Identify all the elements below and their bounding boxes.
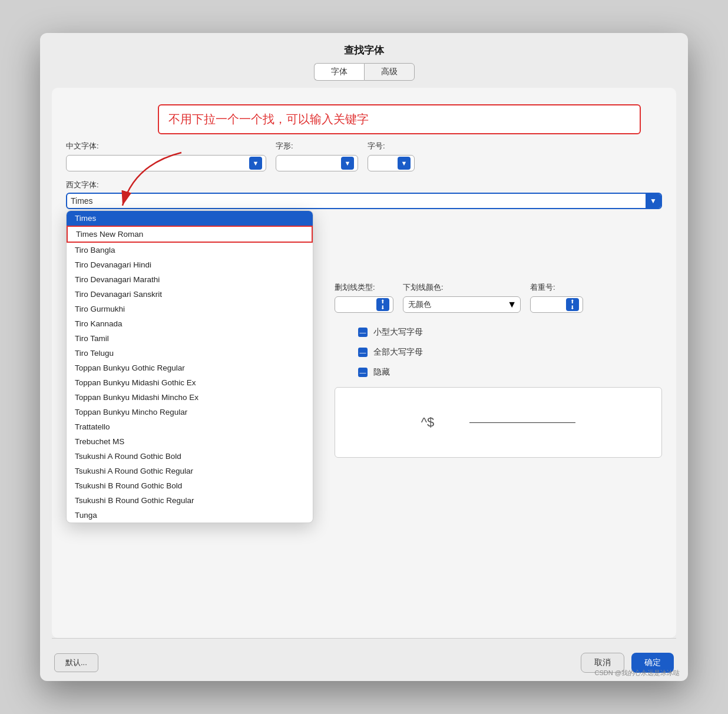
western-font-label: 西文字体: — [66, 180, 662, 190]
dropdown-item-tsukushi-b-regular[interactable]: Tsukushi B Round Gothic Regular — [67, 493, 313, 508]
style-dropdown[interactable]: ▼ — [276, 155, 358, 171]
western-font-chevron-icon[interactable]: ▼ — [646, 194, 661, 208]
dropdown-item-times[interactable]: Times — [67, 211, 313, 226]
all-caps-checkbox[interactable]: — — [358, 348, 368, 357]
emphasis-field: 着重号: ⬆⬇ — [530, 282, 583, 313]
style-label: 字形: — [276, 141, 358, 151]
dropdown-item-tunga[interactable]: Tunga — [67, 508, 313, 523]
dropdown-item-toppan-midashi-mincho[interactable]: Toppan Bunkyu Midashi Mincho Ex — [67, 390, 313, 405]
dropdown-item-toppan-midashi-gothic[interactable]: Toppan Bunkyu Midashi Gothic Ex — [67, 375, 313, 390]
strikethrough-field: 删划线类型: ⬆⬇ — [335, 282, 393, 313]
chinese-font-label: 中文字体: — [66, 141, 266, 151]
dropdown-item-toppan-gothic-regular[interactable]: Toppan Bunkyu Gothic Regular — [67, 361, 313, 375]
small-caps-label: 小型大写字母 — [373, 327, 423, 338]
western-font-group: ▼ Times Times New Roman Tiro Bangla Tiro… — [66, 193, 662, 209]
small-caps-row: — 小型大写字母 — [358, 327, 662, 338]
underline-color-label: 下划线颜色: — [403, 282, 521, 293]
dropdown-item-tiro-devanagari-sanskrit[interactable]: Tiro Devanagari Sanskrit — [67, 287, 313, 302]
watermark: CSDN @我的心永远是冰冰哒 — [595, 669, 680, 677]
size-dropdown[interactable]: ▼ — [368, 155, 415, 171]
western-font-dropdown-list: Times Times New Roman Tiro Bangla Tiro D… — [66, 210, 313, 523]
dropdown-item-tiro-kannada[interactable]: Tiro Kannada — [67, 316, 313, 331]
dropdown-item-times-new-roman[interactable]: Times New Roman — [67, 226, 313, 243]
emphasis-dropdown[interactable]: ⬆⬇ — [530, 296, 583, 313]
underline-color-value: 无颜色 — [408, 299, 505, 310]
dropdown-item-tiro-telugu[interactable]: Tiro Telugu — [67, 346, 313, 361]
style-fields-row: 删划线类型: ⬆⬇ 下划线颜色: 无颜色 ▼ 着重号: — [335, 282, 662, 313]
dropdown-item-tiro-bangla[interactable]: Tiro Bangla — [67, 243, 313, 257]
preview-area: ^$ — [335, 387, 662, 458]
chinese-font-row: ▼ ▼ ▼ — [66, 155, 662, 171]
tab-advanced[interactable]: 高级 — [364, 63, 415, 81]
small-caps-checkbox[interactable]: — — [358, 328, 368, 337]
dropdown-item-tsukushi-a-bold[interactable]: Tsukushi A Round Gothic Bold — [67, 449, 313, 464]
hidden-checkbox[interactable]: — — [358, 368, 368, 377]
annotation-box: 不用下拉一个一个找，可以输入关键字 — [158, 104, 641, 134]
western-font-input[interactable] — [67, 196, 646, 206]
dropdown-item-tiro-gurmukhi[interactable]: Tiro Gurmukhi — [67, 302, 313, 316]
dropdown-item-tiro-devanagari-marathi[interactable]: Tiro Devanagari Marathi — [67, 272, 313, 287]
default-button[interactable]: 默认... — [54, 653, 98, 672]
size-label: 字号: — [368, 141, 415, 151]
content-area: 不用下拉一个一个找，可以输入关键字 中文字体: 字形: 字号: ▼ — [52, 88, 676, 638]
emphasis-updown-icon: ⬆⬇ — [566, 298, 579, 311]
dropdown-item-tiro-tamil[interactable]: Tiro Tamil — [67, 331, 313, 346]
dropdown-item-trebuchet-ms[interactable]: Trebuchet MS — [67, 434, 313, 449]
tab-bar: 字体 高级 — [40, 63, 688, 81]
dropdown-item-trattatello[interactable]: Trattatello — [67, 419, 313, 434]
strikethrough-dropdown[interactable]: ⬆⬇ — [335, 296, 393, 313]
emphasis-label: 着重号: — [530, 282, 583, 293]
western-font-input-container[interactable]: ▼ — [66, 193, 662, 209]
underline-color-chevron-icon: ▼ — [507, 299, 517, 310]
dropdown-item-tsukushi-b-bold[interactable]: Tsukushi B Round Gothic Bold — [67, 478, 313, 493]
style-chevron-icon: ▼ — [341, 157, 354, 170]
underline-color-field: 下划线颜色: 无颜色 ▼ — [403, 282, 521, 313]
size-chevron-icon: ▼ — [398, 157, 411, 170]
dropdown-item-toppan-mincho-regular[interactable]: Toppan Bunkyu Mincho Regular — [67, 405, 313, 419]
hidden-row: — 隐藏 — [358, 367, 662, 378]
divider — [52, 638, 676, 639]
all-caps-row: — 全部大写字母 — [358, 347, 662, 358]
preview-underline — [469, 422, 575, 423]
all-caps-label: 全部大写字母 — [373, 347, 423, 358]
checkboxes-section: — 小型大写字母 — 全部大写字母 — 隐藏 — [358, 325, 662, 378]
main-window: 查找字体 字体 高级 不用下拉一个一个找，可以输入关键字 中文字体: 字形: 字… — [40, 33, 688, 681]
underline-color-dropdown[interactable]: 无颜色 ▼ — [403, 296, 521, 313]
preview-symbol: ^$ — [421, 415, 435, 430]
chinese-font-dropdown[interactable]: ▼ — [66, 155, 266, 171]
tab-font[interactable]: 字体 — [314, 63, 364, 81]
bottom-bar: 默认... 取消 确定 — [40, 644, 688, 681]
strikethrough-label: 删划线类型: — [335, 282, 393, 293]
window-title: 查找字体 — [40, 33, 688, 63]
right-fields-area: 删划线类型: ⬆⬇ 下划线颜色: 无颜色 ▼ 着重号: — [335, 282, 662, 458]
hidden-label: 隐藏 — [373, 367, 390, 378]
dropdown-item-tsukushi-a-regular[interactable]: Tsukushi A Round Gothic Regular — [67, 464, 313, 478]
dropdown-item-tiro-devanagari-hindi[interactable]: Tiro Devanagari Hindi — [67, 257, 313, 272]
chinese-font-chevron-icon: ▼ — [249, 157, 262, 170]
strikethrough-updown-icon: ⬆⬇ — [376, 298, 389, 311]
